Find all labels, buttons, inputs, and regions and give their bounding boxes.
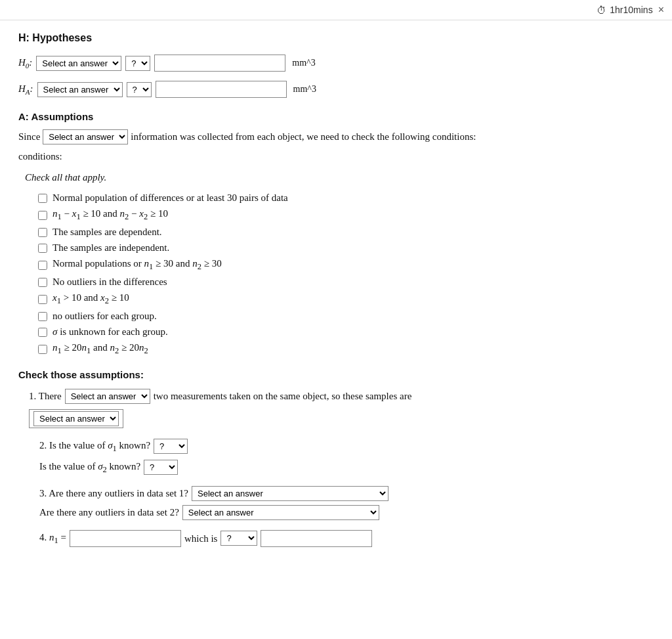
assumption-1-suffix: two measurements taken on the same objec…	[154, 388, 412, 404]
since-suffix: information was collected from each obje…	[131, 129, 476, 144]
assumption-1: 1. There Select an answer are are not tw…	[29, 388, 654, 428]
checkbox-no-outliers-each[interactable]	[38, 312, 47, 321]
assumption-3-dataset1-label: 3. Are there any outliers in data set 1?	[39, 485, 188, 501]
checkbox-samples-independent[interactable]	[38, 244, 47, 253]
ha-unit: mm^3	[293, 84, 316, 95]
h0-compare-select[interactable]: ? = ≠ < > ≤ ≥	[125, 56, 150, 71]
assumption-3-dataset1-select[interactable]: Select an answer Yes No	[192, 486, 388, 501]
checkbox-item-1[interactable]: Normal population of differences or at l…	[38, 192, 654, 204]
section-hypotheses: H: Hypotheses H0: Select an answer μ_d μ…	[18, 32, 654, 98]
checkbox-label-1: Normal population of differences or at l…	[52, 192, 288, 204]
assumption-2-sigma1-row: 2. Is the value of σ1 known? ? Yes No	[39, 437, 654, 455]
assumption-4-row: 4. n1 = which is ? ≥ 30 < 30	[39, 529, 654, 547]
checkbox-label-9: σ is unknown for each group.	[52, 326, 168, 338]
assumption-2-sigma2-label: Is the value of σ2 known?	[39, 458, 140, 476]
assumption-4-which-is: which is	[184, 531, 217, 546]
assumption-1-prefix: 1. There	[29, 388, 62, 404]
h0-row: H0: Select an answer μ_d μ₁ - μ₂ ? = ≠ <…	[18, 55, 654, 72]
ha-row: HA: Select an answer μ_d μ₁ - μ₂ ? = ≠ <…	[18, 81, 654, 98]
ha-value-input[interactable]	[156, 81, 287, 98]
checkbox-label-7: x1 > 10 and x2 ≥ 10	[52, 292, 129, 306]
assumption-2-sigma1-label: 2. Is the value of σ1 known?	[39, 437, 150, 455]
clock-icon: ⏱	[597, 5, 606, 16]
checkbox-item-7[interactable]: x1 > 10 and x2 ≥ 10	[38, 292, 654, 306]
ha-compare-select[interactable]: ? = ≠ < > ≤ ≥	[127, 82, 152, 97]
assumption-3-dataset2-select[interactable]: Select an answer Yes No	[182, 505, 379, 520]
hypotheses-title: H: Hypotheses	[18, 32, 654, 44]
checkbox-item-10[interactable]: n1 ≥ 20n1 and n2 ≥ 20n2	[38, 342, 654, 356]
assumption-2: 2. Is the value of σ1 known? ? Yes No Is…	[39, 437, 654, 476]
assumption-3-dataset1-row: 3. Are there any outliers in data set 1?…	[39, 485, 654, 501]
h0-select-answer[interactable]: Select an answer μ_d μ₁ - μ₂	[36, 56, 121, 71]
assumption-4-n1-input[interactable]	[70, 530, 181, 547]
checkbox-item-5[interactable]: Normal populations or n1 ≥ 30 and n2 ≥ 3…	[38, 258, 654, 272]
assumption-4: 4. n1 = which is ? ≥ 30 < 30	[39, 529, 654, 547]
since-select[interactable]: Select an answer independent dependent r…	[43, 129, 128, 144]
assumption-2-sigma1-select[interactable]: ? Yes No	[154, 439, 188, 454]
checkbox-label-4: The samples are independent.	[52, 242, 169, 253]
assumption-2-sigma2-row: Is the value of σ2 known? ? Yes No	[39, 458, 654, 476]
assumption-1-row2: Select an answer dependent independent	[29, 407, 654, 428]
checkbox-label-5: Normal populations or n1 ≥ 30 and n2 ≥ 3…	[52, 258, 222, 272]
checkbox-item-6[interactable]: No outliers in the differences	[38, 276, 654, 288]
close-button[interactable]: ×	[658, 4, 664, 16]
assumption-1-row: 1. There Select an answer are are not tw…	[29, 388, 654, 404]
assumption-1-select2[interactable]: Select an answer dependent independent	[33, 411, 119, 426]
ha-select-answer[interactable]: Select an answer μ_d μ₁ - μ₂	[37, 82, 123, 97]
top-bar: ⏱ 1hr10mins ×	[0, 0, 672, 20]
assumption-4-n1-label: 4. n1 =	[39, 529, 66, 547]
h0-unit: mm^3	[292, 58, 315, 68]
assumption-3: 3. Are there any outliers in data set 1?…	[39, 485, 654, 520]
assumption-4-which-select[interactable]: ? ≥ 30 < 30	[220, 531, 257, 546]
assumption-1-select[interactable]: Select an answer are are not	[65, 389, 150, 404]
assumption-1-select2-wrapper: Select an answer dependent independent	[29, 409, 123, 428]
checkbox-label-6: No outliers in the differences	[52, 276, 167, 288]
h0-label: H0:	[18, 57, 32, 70]
assumptions-title: A: Assumptions	[18, 111, 654, 122]
assumption-3-dataset2-row: Are there any outliers in data set 2? Se…	[39, 504, 654, 520]
check-all-label: Check all that apply.	[25, 172, 654, 183]
assumption-2-sigma2-select[interactable]: ? Yes No	[144, 460, 178, 475]
checkbox-list: Normal population of differences or at l…	[38, 192, 654, 356]
checkbox-normal-pop-or-n30[interactable]	[38, 261, 47, 270]
checkbox-n1-20n1-n2-20n2[interactable]	[38, 345, 47, 354]
checkbox-item-9[interactable]: σ is unknown for each group.	[38, 326, 654, 338]
checkbox-label-2: n1 − x1 ≥ 10 and n2 − x2 ≥ 10	[52, 208, 168, 222]
checkbox-label-10: n1 ≥ 20n1 and n2 ≥ 20n2	[52, 342, 148, 356]
checkbox-normal-pop-diff[interactable]	[38, 194, 47, 203]
checkbox-n1x1-n2x2[interactable]	[38, 211, 47, 220]
conditions-text: conditions:	[18, 148, 654, 164]
timer-display: 1hr10mins	[610, 5, 652, 15]
ha-label: HA:	[18, 83, 33, 96]
since-prefix: Since	[18, 129, 40, 144]
checkbox-no-outliers-diff[interactable]	[38, 278, 47, 287]
checkbox-item-4[interactable]: The samples are independent.	[38, 242, 654, 253]
main-content: H: Hypotheses H0: Select an answer μ_d μ…	[0, 20, 672, 576]
checkbox-samples-dependent[interactable]	[38, 228, 47, 237]
checkbox-x1x2-10[interactable]	[38, 295, 47, 304]
checkbox-item-8[interactable]: no outliers for each group.	[38, 311, 654, 322]
h0-value-input[interactable]	[154, 55, 285, 72]
assumption-4-value-input[interactable]	[261, 530, 372, 547]
assumption-3-dataset2-label: Are there any outliers in data set 2?	[39, 504, 179, 520]
checkbox-label-8: no outliers for each group.	[52, 311, 157, 322]
since-row: Since Select an answer independent depen…	[18, 129, 654, 144]
section-assumptions: A: Assumptions Since Select an answer in…	[18, 111, 654, 547]
check-assumptions-title: Check those assumptions:	[18, 369, 654, 380]
checkbox-item-3[interactable]: The samples are dependent.	[38, 227, 654, 238]
checkbox-item-2[interactable]: n1 − x1 ≥ 10 and n2 − x2 ≥ 10	[38, 208, 654, 222]
checkbox-label-3: The samples are dependent.	[52, 227, 162, 238]
checkbox-sigma-unknown[interactable]	[38, 328, 47, 337]
